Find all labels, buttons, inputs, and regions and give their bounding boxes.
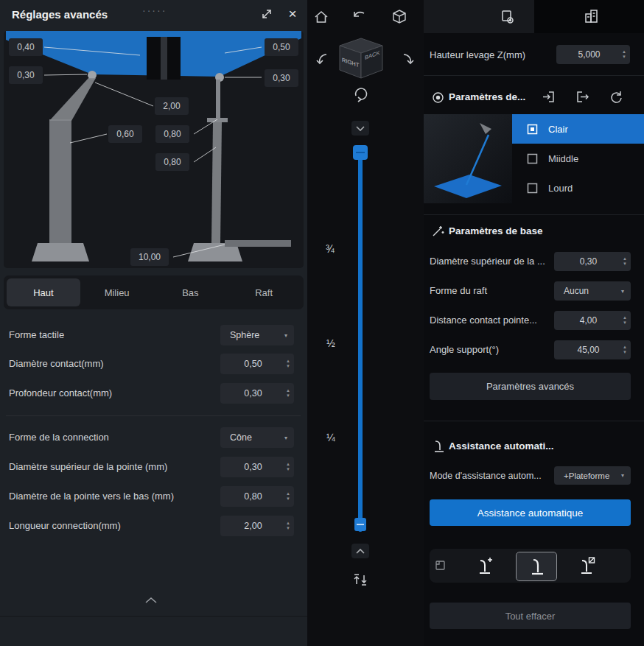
spinner-arrows[interactable]: ▲▼ — [286, 389, 290, 398]
profile-item-clair[interactable]: Clair — [512, 114, 644, 144]
field-label: Diamètre contact(mm) — [9, 354, 104, 374]
support-section-tabs: Haut Milieu Bas Raft — [4, 275, 304, 309]
slider-step-up-button[interactable] — [351, 544, 369, 558]
tab-machine[interactable] — [534, 0, 644, 33]
connection-shape-dropdown[interactable]: Cône ▾ — [220, 427, 294, 448]
auto-support-icon — [433, 440, 445, 453]
auto-assist-button[interactable]: Assistance automatique — [430, 499, 631, 526]
slider-mark-quarter: ¼ — [326, 432, 335, 443]
field-label: Forme du raft — [430, 281, 487, 301]
collapse-chevron-icon[interactable] — [144, 597, 158, 604]
unselected-profile-icon — [527, 153, 538, 164]
home-view-icon[interactable] — [313, 9, 329, 25]
profiles-section-title: Paramètres de... — [449, 91, 525, 102]
divider — [6, 415, 301, 416]
layer-slider-handle[interactable] — [353, 145, 368, 160]
tab-milieu[interactable]: Milieu — [80, 278, 154, 306]
dimension-label: 0,60 — [108, 125, 142, 143]
undo-icon[interactable] — [351, 7, 368, 24]
spinner-arrows[interactable]: ▲▼ — [623, 257, 627, 266]
field-label: Angle support(°) — [430, 340, 499, 359]
clear-all-button[interactable]: Tout effacer — [430, 603, 631, 629]
dimension-label: 2,00 — [155, 97, 189, 115]
cube-view-icon[interactable] — [391, 9, 407, 25]
dimension-label: 0,80 — [155, 125, 189, 143]
magic-wand-icon — [431, 225, 444, 238]
tab-raft[interactable]: Raft — [227, 278, 301, 306]
add-supports-icon — [474, 555, 494, 576]
selected-profile-icon — [527, 124, 538, 135]
support-diagram-canvas — [4, 31, 304, 268]
tip-lower-diameter-input[interactable]: 0,80 ▲▼ — [220, 486, 294, 507]
contact-depth-input[interactable]: 0,30 ▲▼ — [220, 383, 294, 404]
expand-icon[interactable] — [259, 7, 274, 21]
reset-profile-icon[interactable] — [609, 90, 623, 104]
unselected-profile-icon — [527, 183, 538, 194]
auto-mode-dropdown[interactable]: +Plateforme ▾ — [554, 466, 631, 485]
field-label: Longueur connection(mm) — [9, 516, 121, 536]
modify-supports-button[interactable] — [566, 552, 606, 580]
support-icon — [526, 556, 547, 577]
support-diagram: 0,40 0,50 0,30 0,30 2,00 0,60 0,80 0,80 … — [4, 31, 304, 268]
support-settings-panel: Hauteur levage Z(mm) 5,000 ▲▼ Paramètres… — [424, 0, 644, 646]
support-edit-toolbar — [430, 549, 631, 583]
spinner-arrows[interactable]: ▲▼ — [286, 359, 290, 368]
orientation-cube[interactable]: RIGHT BACK — [337, 37, 385, 81]
advanced-settings-button[interactable]: Paramètres avancés — [430, 373, 631, 400]
spinner-arrows[interactable]: ▲▼ — [623, 345, 627, 354]
base-section-title: Paramètres de base — [449, 225, 543, 236]
tip-diameter-input[interactable]: 0,30 ▲▼ — [554, 252, 631, 271]
tab-bas[interactable]: Bas — [154, 278, 228, 306]
edit-supports-button[interactable] — [516, 552, 557, 581]
rotate-view-icon[interactable] — [352, 85, 370, 103]
profile-preview-image — [424, 114, 512, 203]
profile-item-miiddle[interactable]: Miiddle — [512, 144, 644, 173]
divider — [424, 75, 644, 76]
layer-slider-track[interactable] — [358, 146, 363, 532]
contact-diameter-input[interactable]: 0,50 ▲▼ — [220, 354, 294, 374]
add-supports-button[interactable] — [464, 552, 504, 580]
contact-distance-input[interactable]: 4,00 ▲▼ — [554, 311, 631, 330]
close-icon[interactable]: × — [285, 7, 300, 21]
connection-length-input[interactable]: 2,00 ▲▼ — [220, 516, 294, 536]
layer-slider-lower-handle[interactable] — [354, 518, 366, 531]
slider-step-down-button[interactable] — [351, 121, 369, 136]
dimension-label: 0,40 — [9, 38, 43, 56]
spinner-arrows[interactable]: ▲▼ — [286, 492, 290, 501]
profile-item-lourd[interactable]: Lourd — [512, 173, 644, 203]
field-label: Diamètre supérieur de la pointe (mm) — [9, 457, 167, 477]
dimension-label: 10,00 — [130, 248, 169, 266]
chevron-down-icon: ▾ — [621, 472, 624, 479]
field-label: Distance contact pointe... — [430, 311, 537, 330]
import-profile-icon[interactable] — [542, 90, 556, 104]
chevron-down-icon: ▾ — [284, 435, 287, 441]
spinner-arrows[interactable]: ▲▼ — [622, 50, 626, 59]
slider-mark-half: ½ — [326, 337, 335, 349]
spinner-arrows[interactable]: ▲▼ — [623, 316, 627, 325]
app-window: Réglages avancés ····· × — [0, 0, 644, 646]
export-profile-icon[interactable] — [575, 90, 589, 104]
dimension-label: 0,50 — [265, 38, 298, 56]
drag-handle[interactable]: ····· — [142, 4, 167, 16]
profile-target-icon — [432, 91, 444, 104]
dimension-label: 0,30 — [9, 66, 43, 84]
dock-icon[interactable] — [435, 560, 446, 571]
move-z-icon[interactable] — [352, 572, 368, 588]
touch-shape-dropdown[interactable]: Sphère ▾ — [220, 325, 294, 345]
raft-shape-dropdown[interactable]: Aucun ▾ — [554, 281, 631, 301]
panel-title: Réglages avancés — [12, 8, 108, 21]
lift-height-input[interactable]: 5,000 ▲▼ — [556, 45, 630, 64]
field-label: Forme tactile — [9, 325, 64, 345]
field-label: Diamètre de la pointe vers le bas (mm) — [9, 486, 174, 507]
tab-haut[interactable]: Haut — [7, 278, 80, 306]
rotate-left-icon[interactable] — [315, 52, 330, 68]
slider-mark-three-quarters: ¾ — [326, 243, 335, 255]
spinner-arrows[interactable]: ▲▼ — [286, 463, 290, 471]
tab-print-settings[interactable] — [424, 0, 534, 33]
rotate-right-icon[interactable] — [400, 52, 415, 68]
support-angle-input[interactable]: 45,00 ▲▼ — [554, 340, 631, 359]
spinner-arrows[interactable]: ▲▼ — [286, 522, 290, 530]
divider — [0, 616, 307, 617]
tip-upper-diameter-input[interactable]: 0,30 ▲▼ — [220, 457, 294, 477]
chevron-down-icon: ▾ — [284, 332, 287, 339]
